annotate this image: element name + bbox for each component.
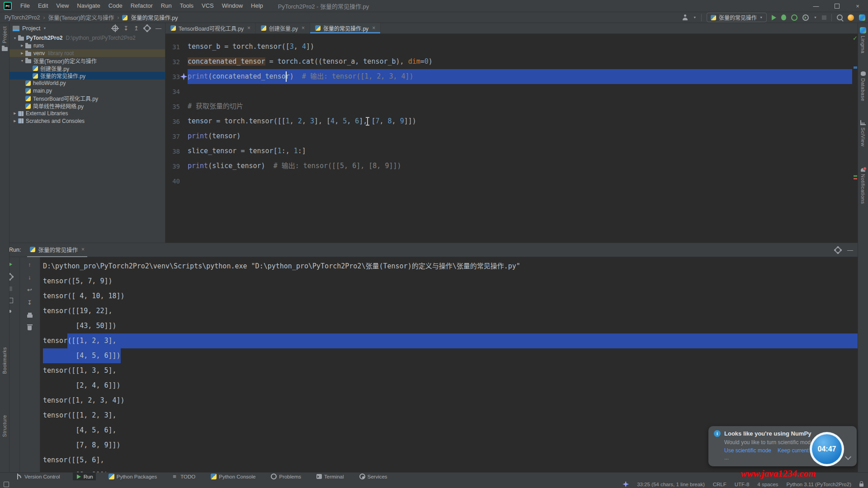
tool-window-button-terminal[interactable]: Terminal bbox=[314, 473, 346, 480]
sidebar-item-project[interactable]: Project bbox=[0, 26, 9, 51]
breadcrumb-item[interactable]: PyTorch2Pro2 bbox=[5, 14, 40, 21]
close-button[interactable]: × bbox=[847, 0, 868, 12]
tree-arrow-icon[interactable]: ▼ bbox=[19, 59, 25, 62]
status-widget[interactable]: 33:25 (54 chars, 1 line break) bbox=[637, 482, 705, 487]
code-line[interactable]: 39print(slice_tensor) # 输出: tensor([[5, … bbox=[165, 159, 852, 174]
tool-window-button-problems[interactable]: Problems bbox=[268, 473, 304, 480]
collapse-all-icon[interactable]: ↧ bbox=[123, 25, 128, 31]
code-line[interactable]: 31tensor_b = torch.tensor([3, 4]) bbox=[165, 39, 852, 54]
status-widget[interactable]: 4 spaces bbox=[757, 482, 778, 487]
tree-arrow-icon[interactable]: ▶ bbox=[12, 119, 18, 123]
hide-panel-icon[interactable]: — bbox=[156, 25, 161, 31]
tree-arrow-icon[interactable]: ▶ bbox=[19, 44, 25, 47]
tree-item[interactable]: ▼PyTorch2Pro2D:\python_pro\PyTorch2Pro2 bbox=[9, 34, 165, 42]
tree-arrow-icon[interactable]: ▶ bbox=[12, 112, 18, 115]
tool-window-switcher-icon[interactable] bbox=[4, 482, 9, 487]
ai-assistant-icon[interactable] bbox=[623, 481, 629, 488]
run-configuration-select[interactable]: 张量的常见操作 ▼ bbox=[707, 13, 767, 22]
tree-arrow-icon[interactable]: ▼ bbox=[12, 37, 18, 40]
coverage-button[interactable] bbox=[791, 14, 797, 21]
tool-window-button-python-console[interactable]: Python Console bbox=[208, 473, 258, 480]
menu-item[interactable]: Refactor bbox=[127, 0, 157, 12]
user-icon[interactable] bbox=[682, 14, 688, 20]
tree-item[interactable]: ▶venvlibrary root bbox=[9, 49, 165, 57]
lingma-icon[interactable] bbox=[859, 14, 865, 21]
chevron-down-icon[interactable]: ▼ bbox=[43, 27, 46, 30]
tree-item[interactable]: ▶External Libraries bbox=[9, 110, 165, 117]
status-widget[interactable]: CRLF bbox=[713, 482, 726, 487]
gear-icon[interactable] bbox=[835, 247, 841, 253]
code-line[interactable]: 40 bbox=[165, 174, 852, 188]
menu-item[interactable]: Navigate bbox=[73, 0, 104, 12]
print-icon[interactable] bbox=[27, 314, 33, 318]
minimize-button[interactable]: — bbox=[806, 0, 826, 12]
code-line[interactable]: 34 bbox=[165, 84, 852, 99]
code-line[interactable]: 37print(tensor) bbox=[165, 129, 852, 144]
tree-item[interactable]: main.py bbox=[9, 87, 165, 95]
gear-icon[interactable] bbox=[144, 25, 150, 31]
down-stacktrace-icon[interactable]: ↓ bbox=[28, 274, 31, 280]
tree-item[interactable]: ▶runs bbox=[9, 42, 165, 50]
search-icon[interactable] bbox=[837, 14, 843, 20]
run-button[interactable] bbox=[772, 15, 776, 20]
tree-arrow-icon[interactable]: ▶ bbox=[19, 52, 25, 55]
code-line[interactable]: 36tensor = torch.tensor([[1, 2, 3], [4, … bbox=[165, 114, 852, 129]
menu-item[interactable]: Edit bbox=[34, 0, 52, 12]
hide-panel-icon[interactable]: — bbox=[847, 247, 853, 253]
sidebar-item-bookmarks[interactable]: Bookmarks bbox=[0, 347, 9, 374]
editor-tab[interactable]: 张量的常见操作.py× bbox=[310, 23, 381, 33]
code-line[interactable]: 38slice_tensor = tensor[1:, 1:] bbox=[165, 144, 852, 159]
menu-item[interactable]: Tools bbox=[176, 0, 198, 12]
locate-file-icon[interactable] bbox=[112, 25, 118, 31]
close-icon[interactable]: × bbox=[81, 246, 85, 253]
breadcrumb-item[interactable]: 张量的常见操作.py bbox=[131, 13, 178, 22]
menu-item[interactable]: Window bbox=[218, 0, 247, 12]
tree-item[interactable]: ▶Scratches and Consoles bbox=[9, 117, 165, 125]
soft-wrap-icon[interactable]: ↩ bbox=[27, 287, 32, 293]
code-line[interactable]: 33print(concatenated_tensor) # 输出: tenso… bbox=[165, 69, 852, 84]
sidebar-item-sciview[interactable]: SciView bbox=[858, 120, 868, 146]
status-widget[interactable]: Python 3.11 (PyTorch2Pro2) bbox=[786, 482, 851, 487]
code-line[interactable]: 35# 获取张量的切片 bbox=[165, 99, 852, 114]
tool-window-button-todo[interactable]: TODO bbox=[170, 473, 198, 480]
status-widget[interactable]: UTF-8 bbox=[735, 482, 750, 487]
tool-window-button-run[interactable]: Run bbox=[73, 473, 96, 480]
inspections-ok-icon[interactable]: ✓ bbox=[853, 35, 858, 42]
tree-item[interactable]: 张量的常见操作.py bbox=[9, 72, 165, 80]
close-icon[interactable]: × bbox=[247, 25, 250, 31]
sidebar-item-notifications[interactable]: Notifications bbox=[858, 168, 868, 204]
menu-item[interactable]: Run bbox=[157, 0, 176, 12]
tree-item[interactable]: helloWorld.py bbox=[9, 80, 165, 87]
tool-window-button-python-packages[interactable]: Python Packages bbox=[106, 473, 160, 480]
ai-assistant-icon[interactable] bbox=[848, 14, 854, 21]
run-tab[interactable]: 张量的常见操作 × bbox=[27, 243, 87, 257]
sidebar-item-lingma[interactable]: Lingma bbox=[858, 27, 868, 53]
use-scientific-mode-link[interactable]: Use scientific mode bbox=[724, 447, 771, 454]
tree-item[interactable]: 创建张量.py bbox=[9, 65, 165, 72]
sidebar-item-database[interactable]: Database bbox=[858, 71, 868, 101]
code-line[interactable]: 32concatenated_tensor = torch.cat((tenso… bbox=[165, 54, 852, 69]
lock-icon[interactable] bbox=[859, 483, 863, 487]
debug-button[interactable] bbox=[781, 14, 786, 20]
menu-item[interactable]: Code bbox=[104, 0, 127, 12]
tool-window-button-version-control[interactable]: Version Control bbox=[14, 473, 63, 480]
code-editor[interactable]: 31tensor_b = torch.tensor([3, 4])32conca… bbox=[165, 34, 852, 243]
up-stacktrace-icon[interactable]: ↑ bbox=[28, 262, 31, 267]
sidebar-item-structure[interactable]: Structure bbox=[0, 415, 9, 437]
profiler-button[interactable] bbox=[802, 14, 809, 21]
tree-item[interactable]: TensorBoard可视化工具.py bbox=[9, 95, 165, 103]
editor-tab[interactable]: TensorBoard可视化工具.py× bbox=[165, 23, 256, 33]
editor-tab[interactable]: 创建张量.py× bbox=[256, 23, 310, 33]
tool-window-button-services[interactable]: Services bbox=[357, 473, 390, 480]
scroll-to-end-icon[interactable]: ↧ bbox=[27, 300, 32, 305]
menu-item[interactable]: View bbox=[52, 0, 73, 12]
expand-all-icon[interactable]: ↥ bbox=[134, 25, 139, 31]
clear-all-icon[interactable] bbox=[28, 326, 32, 330]
breadcrumb-item[interactable]: 张量(Tensor)的定义与操作 bbox=[48, 13, 114, 22]
close-icon[interactable]: × bbox=[372, 25, 375, 31]
close-icon[interactable]: × bbox=[302, 25, 305, 31]
menu-item[interactable]: Help bbox=[247, 0, 267, 12]
tree-item[interactable]: ▼张量(Tensor)的定义与操作 bbox=[9, 57, 165, 65]
tree-item[interactable]: 简单线性神经网络.py bbox=[9, 102, 165, 110]
menu-item[interactable]: VCS bbox=[198, 0, 218, 12]
